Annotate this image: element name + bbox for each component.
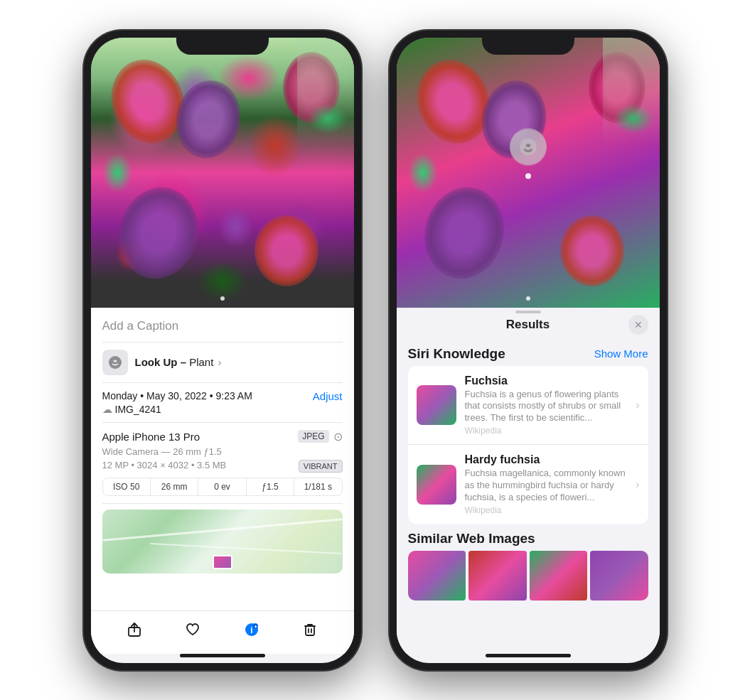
- drag-handle: [515, 311, 541, 313]
- results-panel: Results ✕ Siri Knowledge Show More: [397, 308, 660, 654]
- photo-view-right[interactable]: [397, 38, 660, 308]
- similar-image-3[interactable]: [530, 551, 588, 601]
- exif-row: ISO 50 26 mm 0 ev ƒ1.5 1/181 s: [102, 478, 343, 496]
- lookup-dot: [525, 173, 531, 178]
- lookup-label[interactable]: Look Up – Plant ›: [135, 356, 222, 368]
- similar-title: Similar Web Images: [408, 531, 535, 546]
- exif-ev: 0 ev: [198, 478, 246, 495]
- cloud-icon: ☁: [102, 404, 112, 415]
- share-button[interactable]: [124, 620, 144, 640]
- visual-lookup-button[interactable]: [510, 128, 547, 165]
- notch-right: [482, 31, 574, 55]
- knowledge-item-fuchsia[interactable]: Fuchsia Fuchsia is a genus of flowering …: [408, 366, 648, 446]
- filename: IMG_4241: [115, 404, 161, 415]
- delete-button[interactable]: [300, 620, 320, 640]
- info-button[interactable]: i ✦: [242, 620, 262, 640]
- like-button[interactable]: [183, 620, 203, 640]
- siri-visual-icon: [102, 350, 128, 375]
- results-header: Results ✕: [397, 308, 660, 339]
- notch: [176, 31, 269, 55]
- page-indicator: [220, 296, 225, 301]
- right-phone: Results ✕ Siri Knowledge Show More: [390, 31, 667, 670]
- fuchsia-source: Wikipedia: [465, 426, 628, 436]
- hardy-source: Wikipedia: [465, 505, 628, 515]
- chevron-right-icon: ›: [636, 399, 639, 411]
- map-thumbnail[interactable]: [102, 510, 343, 574]
- exif-focal: 26 mm: [151, 478, 198, 495]
- quality-badge: VIBRANT: [299, 460, 343, 473]
- exif-aperture: ƒ1.5: [247, 478, 294, 495]
- photo-view[interactable]: [91, 38, 354, 308]
- device-section: Apple iPhone 13 Pro JPEG ⊙ Wide Camera —…: [102, 423, 343, 504]
- results-content: Siri Knowledge Show More Fuchsia Fuchsia…: [397, 346, 660, 601]
- format-badge: JPEG: [298, 430, 328, 443]
- lookup-chevron: ›: [218, 356, 222, 368]
- hardy-name: Hardy fuchsia: [465, 453, 628, 466]
- adjust-button[interactable]: Adjust: [313, 390, 343, 402]
- device-name: Apple iPhone 13 Pro: [102, 431, 200, 443]
- home-indicator-right: [486, 654, 571, 657]
- close-button[interactable]: ✕: [628, 315, 648, 335]
- photo-date: Monday • May 30, 2022 • 9:23 AM: [102, 390, 252, 402]
- settings-icon: ⊙: [333, 430, 343, 443]
- filename-row: ☁ IMG_4241: [102, 404, 343, 415]
- fuchsia-desc: Fuchsia is a genus of flowering plants t…: [465, 389, 628, 425]
- info-panel: Add a Caption Look Up – Plant ›: [91, 308, 354, 610]
- hardy-thumbnail: [417, 465, 456, 505]
- siri-knowledge-header: Siri Knowledge Show More: [408, 346, 648, 362]
- knowledge-item-hardy[interactable]: Hardy fuchsia Fuchsia magellanica, commo…: [408, 445, 648, 524]
- screen: Add a Caption Look Up – Plant ›: [91, 38, 354, 663]
- fuchsia-text: Fuchsia Fuchsia is a genus of flowering …: [465, 375, 628, 436]
- similar-images-row: [408, 551, 648, 601]
- left-phone: Add a Caption Look Up – Plant ›: [84, 31, 361, 670]
- resolution-info: 12 MP • 3024 × 4032 • 3.5 MB: [102, 460, 227, 470]
- similar-image-4[interactable]: [590, 551, 648, 601]
- similar-section: Similar Web Images: [408, 531, 648, 601]
- hardy-desc: Fuchsia magellanica, commonly known as t…: [465, 468, 628, 504]
- similar-header: Similar Web Images: [408, 531, 648, 546]
- camera-info: Wide Camera — 26 mm ƒ1.5: [102, 446, 343, 457]
- knowledge-card: Fuchsia Fuchsia is a genus of flowering …: [408, 366, 648, 524]
- hardy-text: Hardy fuchsia Fuchsia magellanica, commo…: [465, 453, 628, 515]
- home-indicator: [180, 654, 265, 657]
- fuchsia-name: Fuchsia: [465, 375, 628, 387]
- exif-shutter: 1/181 s: [294, 478, 341, 495]
- svg-rect-7: [306, 626, 314, 635]
- exif-iso: ISO 50: [103, 478, 151, 495]
- results-title: Results: [428, 318, 628, 332]
- similar-image-2[interactable]: [468, 551, 527, 601]
- toolbar: i ✦: [91, 610, 354, 654]
- chevron-right-icon-2: ›: [636, 478, 639, 491]
- svg-text:✦: ✦: [253, 625, 257, 629]
- screen-right: Results ✕ Siri Knowledge Show More: [397, 38, 660, 663]
- lookup-row[interactable]: Look Up – Plant ›: [102, 343, 343, 383]
- caption-field[interactable]: Add a Caption: [102, 316, 343, 343]
- similar-image-1[interactable]: [408, 551, 466, 601]
- fuchsia-thumbnail: [417, 385, 456, 425]
- siri-knowledge-title: Siri Knowledge: [408, 346, 505, 362]
- meta-section: Monday • May 30, 2022 • 9:23 AM Adjust ☁…: [102, 383, 343, 423]
- svg-point-0: [109, 356, 122, 369]
- page-indicator-right: [526, 296, 530, 301]
- show-more-button[interactable]: Show More: [594, 348, 648, 360]
